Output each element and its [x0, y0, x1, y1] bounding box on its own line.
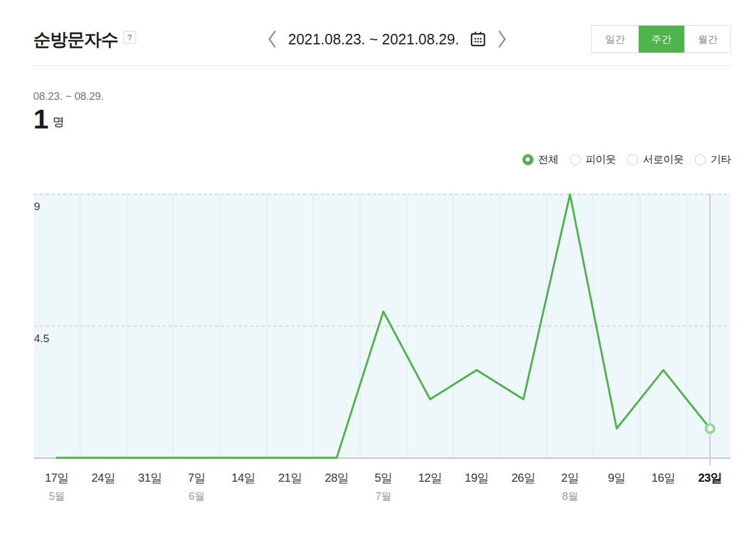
visitor-type-filters: 전체피이웃서로이웃기타	[33, 152, 731, 166]
next-week-button[interactable]	[496, 28, 508, 50]
radio-other[interactable]: 기타	[695, 152, 731, 166]
calendar-button[interactable]	[470, 31, 486, 47]
x-axis-month-label: 8월	[546, 489, 593, 503]
radio-label: 피이웃	[586, 152, 617, 166]
radio-buddy[interactable]: 피이웃	[570, 152, 617, 166]
summary-value-row: 1 명	[33, 105, 731, 133]
date-range-label: 2021.08.23. ~ 2021.08.29.	[288, 31, 459, 48]
x-axis-month-label: 7월	[360, 489, 407, 503]
x-axis-label: 9일	[593, 470, 640, 486]
x-axis-label: 19일	[453, 470, 500, 486]
help-icon[interactable]: ?	[123, 31, 136, 44]
header: 순방문자수 ? 2021.08.23. ~ 2021.08.29.	[33, 21, 731, 66]
y-axis-label: 4.5	[34, 332, 49, 345]
visitor-count-unit: 명	[53, 114, 64, 133]
radio-label: 전체	[538, 152, 559, 166]
radio-icon	[570, 154, 581, 165]
x-axis-label: 17일	[33, 470, 80, 486]
x-axis-label: 16일	[640, 470, 687, 486]
period-tabs: 일간주간월간	[591, 25, 731, 53]
x-axis-label: 23일	[687, 470, 733, 486]
tab-monthly[interactable]: 월간	[684, 26, 730, 53]
chart-canvas	[34, 193, 730, 468]
x-axis-label: 21일	[266, 470, 313, 486]
x-axis-label: 12일	[407, 470, 453, 486]
x-axis-label: 31일	[127, 470, 174, 486]
radio-icon	[627, 154, 638, 165]
x-axis-label: 14일	[220, 470, 266, 486]
chevron-left-icon	[267, 29, 278, 49]
visitors-line-chart: 94.517일5월24일31일7일6월14일21일28일5일7월12일19일26…	[34, 193, 730, 512]
radio-all[interactable]: 전체	[522, 152, 559, 166]
x-axis-month-label: 6월	[174, 489, 220, 503]
calendar-icon	[470, 31, 486, 47]
stats-page: 순방문자수 ? 2021.08.23. ~ 2021.08.29.	[0, 0, 748, 560]
page-title: 순방문자수	[33, 30, 118, 49]
x-axis-label: 5일	[360, 470, 407, 486]
radio-label: 서로이웃	[643, 152, 684, 166]
radio-mutual-buddy[interactable]: 서로이웃	[627, 152, 684, 166]
radio-label: 기타	[711, 152, 731, 166]
x-axis-label: 28일	[313, 470, 360, 486]
chevron-right-icon	[497, 29, 507, 49]
y-axis-label: 9	[34, 200, 40, 213]
visitor-count: 1	[33, 105, 49, 133]
x-axis-label: 24일	[80, 470, 127, 486]
date-navigator: 2021.08.23. ~ 2021.08.29.	[266, 28, 508, 50]
tab-daily[interactable]: 일간	[592, 26, 638, 53]
x-axis-label: 26일	[500, 470, 547, 486]
x-axis-month-label: 5월	[33, 489, 80, 503]
current-point-marker	[706, 425, 714, 433]
radio-icon	[695, 154, 706, 165]
summary-period: 08.23. ~ 08.29.	[33, 91, 731, 103]
radio-icon	[522, 154, 534, 165]
prev-week-button[interactable]	[266, 28, 279, 50]
x-axis-label: 7일	[174, 470, 220, 486]
tab-weekly[interactable]: 주간	[638, 26, 684, 53]
x-axis-label: 2일	[546, 470, 593, 486]
